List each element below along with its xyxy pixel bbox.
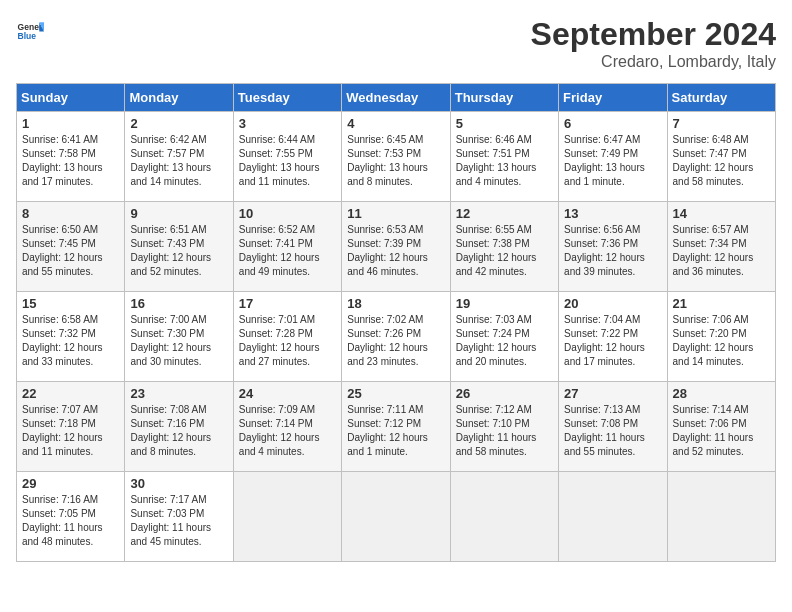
calendar-table: SundayMondayTuesdayWednesdayThursdayFrid… [16,83,776,562]
day-cell-6: 6Sunrise: 6:47 AMSunset: 7:49 PMDaylight… [559,112,667,202]
day-info: Sunrise: 7:06 AMSunset: 7:20 PMDaylight:… [673,313,770,369]
empty-cell [667,472,775,562]
day-number: 10 [239,206,336,221]
day-info: Sunrise: 6:58 AMSunset: 7:32 PMDaylight:… [22,313,119,369]
day-info: Sunrise: 7:04 AMSunset: 7:22 PMDaylight:… [564,313,661,369]
day-info: Sunrise: 6:55 AMSunset: 7:38 PMDaylight:… [456,223,553,279]
day-cell-4: 4Sunrise: 6:45 AMSunset: 7:53 PMDaylight… [342,112,450,202]
day-info: Sunrise: 7:07 AMSunset: 7:18 PMDaylight:… [22,403,119,459]
day-info: Sunrise: 7:08 AMSunset: 7:16 PMDaylight:… [130,403,227,459]
day-number: 26 [456,386,553,401]
day-number: 9 [130,206,227,221]
title-location: Credaro, Lombardy, Italy [531,53,776,71]
title-block: September 2024 Credaro, Lombardy, Italy [531,16,776,71]
day-info: Sunrise: 7:03 AMSunset: 7:24 PMDaylight:… [456,313,553,369]
header-tuesday: Tuesday [233,84,341,112]
day-cell-22: 22Sunrise: 7:07 AMSunset: 7:18 PMDayligh… [17,382,125,472]
day-number: 16 [130,296,227,311]
calendar-week-4: 22Sunrise: 7:07 AMSunset: 7:18 PMDayligh… [17,382,776,472]
day-number: 15 [22,296,119,311]
day-info: Sunrise: 7:13 AMSunset: 7:08 PMDaylight:… [564,403,661,459]
day-number: 22 [22,386,119,401]
day-cell-17: 17Sunrise: 7:01 AMSunset: 7:28 PMDayligh… [233,292,341,382]
day-number: 28 [673,386,770,401]
header-thursday: Thursday [450,84,558,112]
day-info: Sunrise: 7:00 AMSunset: 7:30 PMDaylight:… [130,313,227,369]
day-info: Sunrise: 6:47 AMSunset: 7:49 PMDaylight:… [564,133,661,189]
calendar-week-1: 1Sunrise: 6:41 AMSunset: 7:58 PMDaylight… [17,112,776,202]
day-number: 6 [564,116,661,131]
day-number: 4 [347,116,444,131]
day-info: Sunrise: 6:48 AMSunset: 7:47 PMDaylight:… [673,133,770,189]
day-number: 25 [347,386,444,401]
empty-cell [559,472,667,562]
day-info: Sunrise: 6:51 AMSunset: 7:43 PMDaylight:… [130,223,227,279]
day-cell-28: 28Sunrise: 7:14 AMSunset: 7:06 PMDayligh… [667,382,775,472]
day-cell-8: 8Sunrise: 6:50 AMSunset: 7:45 PMDaylight… [17,202,125,292]
day-cell-12: 12Sunrise: 6:55 AMSunset: 7:38 PMDayligh… [450,202,558,292]
day-cell-30: 30Sunrise: 7:17 AMSunset: 7:03 PMDayligh… [125,472,233,562]
day-number: 11 [347,206,444,221]
day-cell-19: 19Sunrise: 7:03 AMSunset: 7:24 PMDayligh… [450,292,558,382]
day-cell-13: 13Sunrise: 6:56 AMSunset: 7:36 PMDayligh… [559,202,667,292]
day-cell-23: 23Sunrise: 7:08 AMSunset: 7:16 PMDayligh… [125,382,233,472]
day-cell-21: 21Sunrise: 7:06 AMSunset: 7:20 PMDayligh… [667,292,775,382]
day-info: Sunrise: 7:16 AMSunset: 7:05 PMDaylight:… [22,493,119,549]
day-cell-14: 14Sunrise: 6:57 AMSunset: 7:34 PMDayligh… [667,202,775,292]
day-number: 14 [673,206,770,221]
day-cell-27: 27Sunrise: 7:13 AMSunset: 7:08 PMDayligh… [559,382,667,472]
day-info: Sunrise: 6:44 AMSunset: 7:55 PMDaylight:… [239,133,336,189]
day-number: 7 [673,116,770,131]
day-info: Sunrise: 6:46 AMSunset: 7:51 PMDaylight:… [456,133,553,189]
day-cell-2: 2Sunrise: 6:42 AMSunset: 7:57 PMDaylight… [125,112,233,202]
day-info: Sunrise: 6:42 AMSunset: 7:57 PMDaylight:… [130,133,227,189]
day-number: 1 [22,116,119,131]
day-number: 18 [347,296,444,311]
day-cell-3: 3Sunrise: 6:44 AMSunset: 7:55 PMDaylight… [233,112,341,202]
day-info: Sunrise: 6:50 AMSunset: 7:45 PMDaylight:… [22,223,119,279]
day-info: Sunrise: 7:09 AMSunset: 7:14 PMDaylight:… [239,403,336,459]
empty-cell [342,472,450,562]
day-number: 30 [130,476,227,491]
header-friday: Friday [559,84,667,112]
day-cell-29: 29Sunrise: 7:16 AMSunset: 7:05 PMDayligh… [17,472,125,562]
day-number: 23 [130,386,227,401]
day-number: 5 [456,116,553,131]
day-info: Sunrise: 7:17 AMSunset: 7:03 PMDaylight:… [130,493,227,549]
day-info: Sunrise: 6:57 AMSunset: 7:34 PMDaylight:… [673,223,770,279]
day-cell-5: 5Sunrise: 6:46 AMSunset: 7:51 PMDaylight… [450,112,558,202]
logo: General Blue [16,16,44,44]
day-info: Sunrise: 7:14 AMSunset: 7:06 PMDaylight:… [673,403,770,459]
calendar-week-5: 29Sunrise: 7:16 AMSunset: 7:05 PMDayligh… [17,472,776,562]
day-info: Sunrise: 7:11 AMSunset: 7:12 PMDaylight:… [347,403,444,459]
day-cell-26: 26Sunrise: 7:12 AMSunset: 7:10 PMDayligh… [450,382,558,472]
logo-icon: General Blue [16,16,44,44]
day-cell-7: 7Sunrise: 6:48 AMSunset: 7:47 PMDaylight… [667,112,775,202]
day-info: Sunrise: 6:52 AMSunset: 7:41 PMDaylight:… [239,223,336,279]
header-sunday: Sunday [17,84,125,112]
day-number: 3 [239,116,336,131]
day-info: Sunrise: 6:45 AMSunset: 7:53 PMDaylight:… [347,133,444,189]
day-cell-15: 15Sunrise: 6:58 AMSunset: 7:32 PMDayligh… [17,292,125,382]
day-cell-9: 9Sunrise: 6:51 AMSunset: 7:43 PMDaylight… [125,202,233,292]
day-number: 12 [456,206,553,221]
day-number: 19 [456,296,553,311]
day-number: 2 [130,116,227,131]
day-info: Sunrise: 6:53 AMSunset: 7:39 PMDaylight:… [347,223,444,279]
day-cell-24: 24Sunrise: 7:09 AMSunset: 7:14 PMDayligh… [233,382,341,472]
day-cell-16: 16Sunrise: 7:00 AMSunset: 7:30 PMDayligh… [125,292,233,382]
page-header: General Blue September 2024 Credaro, Lom… [16,16,776,71]
day-info: Sunrise: 7:12 AMSunset: 7:10 PMDaylight:… [456,403,553,459]
day-cell-1: 1Sunrise: 6:41 AMSunset: 7:58 PMDaylight… [17,112,125,202]
day-cell-10: 10Sunrise: 6:52 AMSunset: 7:41 PMDayligh… [233,202,341,292]
day-number: 17 [239,296,336,311]
calendar-week-2: 8Sunrise: 6:50 AMSunset: 7:45 PMDaylight… [17,202,776,292]
day-info: Sunrise: 6:41 AMSunset: 7:58 PMDaylight:… [22,133,119,189]
day-number: 29 [22,476,119,491]
day-cell-20: 20Sunrise: 7:04 AMSunset: 7:22 PMDayligh… [559,292,667,382]
calendar-week-3: 15Sunrise: 6:58 AMSunset: 7:32 PMDayligh… [17,292,776,382]
day-number: 21 [673,296,770,311]
day-number: 20 [564,296,661,311]
day-info: Sunrise: 7:01 AMSunset: 7:28 PMDaylight:… [239,313,336,369]
svg-text:Blue: Blue [18,31,37,41]
